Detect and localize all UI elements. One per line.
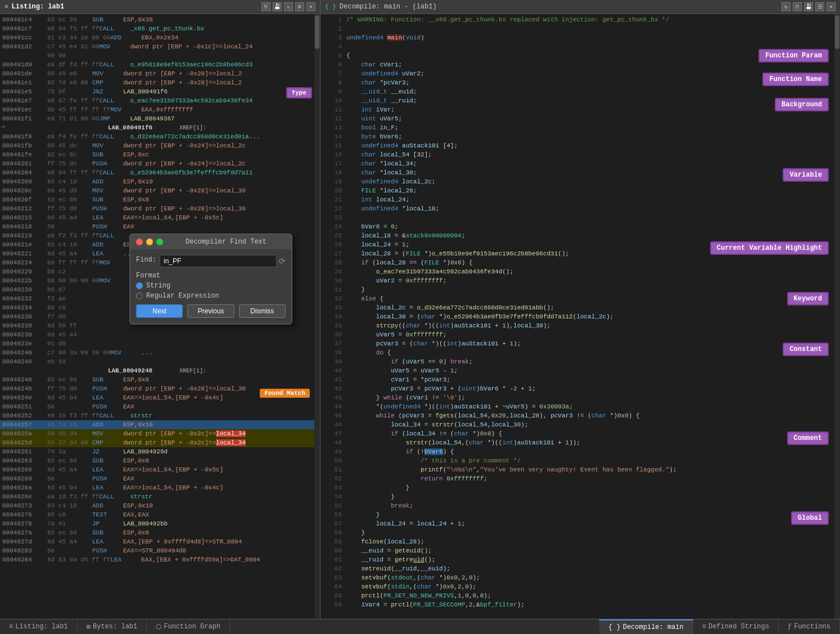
dialog-close-button[interactable]: [136, 239, 143, 245]
listing-title: Listing: lab1: [12, 3, 65, 11]
listing-label-row: LAB_080491f6 XREF[1]:: [0, 123, 314, 132]
code-line-6: 6 char cVar1;: [320, 61, 834, 70]
code-line-7: 7 undefined4 uVar2;: [320, 70, 834, 79]
code-line-44: 44 *(undefined4 *)((int)auStack101 + ~uV…: [320, 403, 834, 412]
menu-icon[interactable]: ☰: [815, 2, 824, 11]
listing-row-highlighted: 08049257 83 c4 10 ADD ESP,0x10: [0, 420, 314, 429]
decompile-scrollbar-thumb[interactable]: [835, 15, 839, 49]
listing-row: 08049251 50 PUSH EAX: [0, 402, 314, 411]
listing-row: 08049246 eb 59: [0, 357, 314, 366]
code-line-8: 8 char *pcVar3;: [320, 79, 834, 88]
listing-row: 08049261 74 3a JZ LAB_0804929d: [0, 447, 314, 456]
graph-tab-label: Function Graph: [164, 623, 220, 631]
listing-row: 08049284 8d 83 0a d5 ff ff LEA EAX,[EBX …: [0, 555, 314, 564]
constant-annotation: Constant: [783, 343, 829, 356]
find-spinner-icon[interactable]: ⟳: [279, 257, 286, 266]
code-line-53: 53 }: [320, 484, 834, 493]
regex-radio[interactable]: [136, 293, 143, 299]
listing-row: 080491fb 89 45 dc MOV dword ptr [EBP + -…: [0, 141, 314, 150]
next-button[interactable]: Next: [136, 304, 183, 318]
code-line-9: 9 __uid_t __euid;: [320, 88, 834, 97]
code-line-40: 40 uVar5 = uVar5 - 1;: [320, 367, 834, 376]
keyword-annotation: Keyword: [787, 292, 829, 305]
code-line-37: 37 pcVar3 = (char *)((int)auStack101 + 1…: [320, 340, 834, 349]
code-line-29: 29 o_eac7ee31b97333a4c592cab9436fe34d();: [320, 268, 834, 277]
listing-tab-icon: ≡: [9, 623, 13, 631]
code-line-33: 33 local_2c = o_d32e6ea772c7adcc860d0ce3…: [320, 304, 834, 313]
listing-row-found2: 0804925d 83 37 d4 00 CMP dword ptr [EBP …: [0, 438, 314, 447]
listing-row: 0804926e e8 1d f3 ff ff CALL strstr: [0, 492, 314, 501]
listing-row: 080491d9 e8 df fd ff ff CALL o_e95618e9e…: [0, 60, 314, 69]
code-line-12: 12 uint uVar5;: [320, 115, 834, 124]
code-line-25: 25 local_18 = &stack0x00000004;: [320, 232, 834, 241]
listing-row: 0804920c 89 45 d8 MOV dword ptr [EBP + -…: [0, 186, 314, 195]
close-icon2[interactable]: ✕: [827, 2, 836, 11]
decompile-panel: { } Decompile: main - (lab1) ↻ ⎘ 💾 ☰ ✕ F…: [320, 0, 840, 619]
listing-row: 0804923e 01 d0: [0, 339, 314, 348]
listing-row: 08049269 50 PUSH EAX: [0, 474, 314, 483]
code-line-13: 13 bool in_F;: [320, 124, 834, 133]
dialog-maximize-button[interactable]: [156, 239, 163, 245]
listing-row: 08049248 83 ec 08 SUB ESP,0x8: [0, 375, 314, 384]
code-line-11: 11 int iVar;: [320, 106, 834, 115]
tab-function-graph[interactable]: ⬡ Function Graph: [147, 619, 230, 634]
dialog-minimize-button[interactable]: [146, 239, 153, 245]
code-line-56: 56 }: [320, 511, 834, 520]
code-line-54: 54 }: [320, 493, 834, 502]
code-line-62: 62 setreuid(__ruid,__euid);: [320, 565, 834, 574]
listing-row: 08049204 e8 04 ff ff ff CALL o_e52964b3a…: [0, 168, 314, 177]
refresh-icon[interactable]: ↻: [782, 2, 791, 11]
tab-defined-strings[interactable]: ≡ Defined Strings: [693, 619, 779, 634]
listing-row: 08049240 c7 00 3a 09 30 00 MOV ...: [0, 348, 314, 357]
code-line-2: 2: [320, 25, 834, 34]
tab-bytes[interactable]: ⊞ Bytes: lab1: [78, 619, 147, 634]
code-line-16: 16 char local_54 [32];: [320, 151, 834, 160]
code-line-48: 48 strstr(local_54,(char *)((int)auStack…: [320, 439, 834, 448]
listing-row: 08049266 8d 45 a4 LEA EAX=>local_64,[EBP…: [0, 465, 314, 474]
code-line-39: 39 if (uVar5 == 0) break;: [320, 358, 834, 367]
listing-row: 080491e5 75 0f JNZ LAB_080491f6: [0, 87, 314, 96]
decompile-scroll[interactable]: Function Param Function Name Background …: [320, 14, 834, 619]
listing-row: 08049278 7a 41 JP LAB_080492bb: [0, 519, 314, 528]
code-line-45: 45 while (pcVar3 = fgets(local_54,0x20,l…: [320, 412, 834, 421]
decompile-scrollbar[interactable]: [834, 14, 840, 619]
code-line-1: 1 /* WARNING: Function: __x86.get_pc_thu…: [320, 16, 834, 25]
code-line-5: 5 {: [320, 52, 834, 61]
code-line-55: 55 break;: [320, 502, 834, 511]
cursor-icon[interactable]: ↖: [284, 2, 293, 11]
find-dialog-titlebar: Decompiler Find Text: [130, 235, 291, 249]
listing-row: 080491de 89 45 e0 MOV dword ptr [EBP + -…: [0, 69, 314, 78]
save-icon[interactable]: 💾: [273, 2, 282, 11]
code-line-20: 20 FILE *local_28;: [320, 187, 834, 196]
listing-row: 08049283 50 PUSH EAX=>STR_080494d8: [0, 546, 314, 555]
previous-button[interactable]: Previous: [187, 304, 234, 318]
string-radio[interactable]: [136, 282, 143, 289]
code-line-41: 41 cVar1 = *pcVar3;: [320, 376, 834, 385]
listing-scrollbar[interactable]: [314, 14, 320, 619]
type-annotation: Type: [286, 87, 312, 98]
listing-row: 080491e1 83 7d e0 00 CMP dword ptr [EBP …: [0, 78, 314, 87]
find-text-input[interactable]: [160, 255, 277, 267]
code-line-57: 57 local_24 = local_24 + 1;: [320, 520, 834, 529]
settings-icon[interactable]: ⚙: [295, 2, 304, 11]
tab-decompile[interactable]: { } Decompile: main: [599, 619, 693, 634]
close-icon[interactable]: ✕: [306, 2, 315, 11]
bytes-tab-icon: ⊞: [87, 623, 91, 631]
background-annotation: Background: [775, 98, 829, 111]
save-icon2[interactable]: 💾: [804, 2, 813, 11]
listing-scrollbar-thumb[interactable]: [315, 15, 319, 49]
code-line-58: 58 }: [320, 529, 834, 538]
copy-icon2[interactable]: ⎘: [793, 2, 802, 11]
regex-radio-row: Regular Expression: [136, 292, 286, 300]
listing-row: 08049209 83 c4 10 ADD ESP,0x10: [0, 177, 314, 186]
copy-icon[interactable]: ⎘: [261, 2, 270, 11]
code-line-47: 47 if (local_34 != (char *)0x0) {: [320, 430, 834, 439]
listing-row: 08049212 ff 75 d8 PUSH dword ptr [EBP + …: [0, 204, 314, 213]
code-line-14: 14 byte bVar6;: [320, 133, 834, 142]
dismiss-button[interactable]: Dismiss: [239, 304, 286, 318]
tab-functions[interactable]: ƒ Functions: [779, 619, 840, 634]
function-param-annotation: Function Param: [758, 49, 829, 62]
listing-row: 0804927a 83 ec 08 SUB ESP,0x8: [0, 528, 314, 537]
code-line-23: 23: [320, 214, 834, 223]
tab-listing[interactable]: ≡ Listing: lab1: [0, 619, 78, 634]
